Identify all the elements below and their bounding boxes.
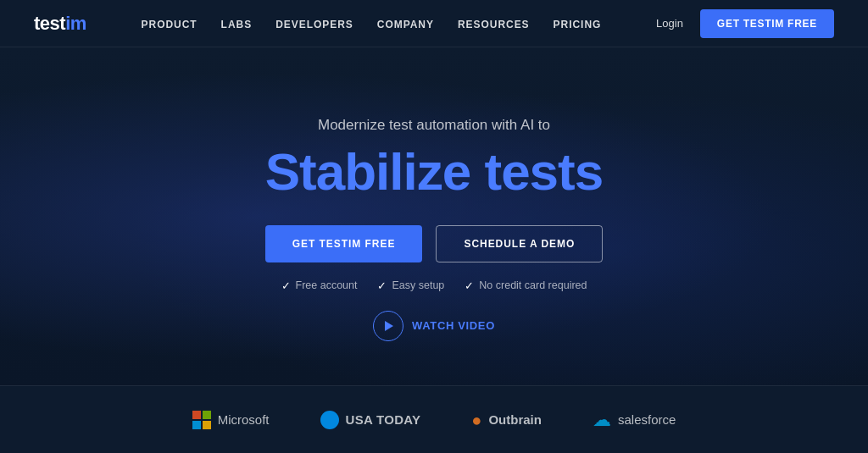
microsoft-label: Microsoft xyxy=(218,412,270,427)
hero-features: ✓ Free account ✓ Easy setup ✓ No credit … xyxy=(281,279,587,292)
microsoft-icon xyxy=(192,411,211,429)
microsoft-logo: Microsoft xyxy=(192,411,270,429)
nav-labs[interactable]: LABS xyxy=(221,19,253,30)
watch-video-label: WATCH VIDEO xyxy=(412,319,495,332)
salesforce-logo: ☁ salesforce xyxy=(593,409,676,431)
hero-schedule-demo-button[interactable]: SCHEDULE A DEMO xyxy=(436,225,603,262)
logo: testim xyxy=(34,13,86,35)
nav-developers[interactable]: DEVELOPERS xyxy=(275,19,353,30)
check-icon: ✓ xyxy=(281,279,291,292)
salesforce-icon: ☁ xyxy=(593,409,611,431)
play-icon xyxy=(373,311,403,341)
hero-buttons: GET TESTIM FREE SCHEDULE A DEMO xyxy=(265,225,604,262)
feature-free-account: ✓ Free account xyxy=(281,279,358,292)
outbrain-label: Outbrain xyxy=(488,412,542,427)
hero-get-testim-button[interactable]: GET TESTIM FREE xyxy=(265,225,423,262)
nav-pricing[interactable]: PRICING xyxy=(554,19,602,30)
nav-resources[interactable]: RESOURCES xyxy=(458,19,530,30)
check-icon-3: ✓ xyxy=(465,279,474,292)
play-triangle-icon xyxy=(385,321,393,331)
check-icon-2: ✓ xyxy=(377,279,387,292)
login-link[interactable]: Login xyxy=(656,17,683,30)
feature-easy-setup: ✓ Easy setup xyxy=(377,279,444,292)
nav-product[interactable]: PRODUCT xyxy=(142,19,198,30)
navbar: testim PRODUCT LABS DEVELOPERS COMPANY R… xyxy=(0,0,868,47)
hero-title: Stabilize tests xyxy=(265,144,603,199)
nav-get-testim-button[interactable]: GET TESTIM FREE xyxy=(700,9,834,38)
nav-links: PRODUCT LABS DEVELOPERS COMPANY RESOURCE… xyxy=(142,16,602,31)
watch-video-button[interactable]: WATCH VIDEO xyxy=(373,311,495,341)
logos-bar: Microsoft USA TODAY ● Outbrain ☁ salesfo… xyxy=(0,385,868,453)
hero-section: Modernize test automation with AI to Sta… xyxy=(0,47,868,385)
feature-no-credit-card: ✓ No credit card required xyxy=(465,279,587,292)
outbrain-logo: ● Outbrain xyxy=(471,412,542,428)
salesforce-label: salesforce xyxy=(618,412,676,427)
nav-company[interactable]: COMPANY xyxy=(377,19,434,30)
usatoday-logo: USA TODAY xyxy=(320,411,421,429)
usatoday-icon xyxy=(320,411,339,429)
nav-right: Login GET TESTIM FREE xyxy=(656,9,834,38)
usatoday-label: USA TODAY xyxy=(346,412,421,427)
hero-subtitle: Modernize test automation with AI to xyxy=(318,117,550,134)
outbrain-icon: ● xyxy=(471,412,481,428)
